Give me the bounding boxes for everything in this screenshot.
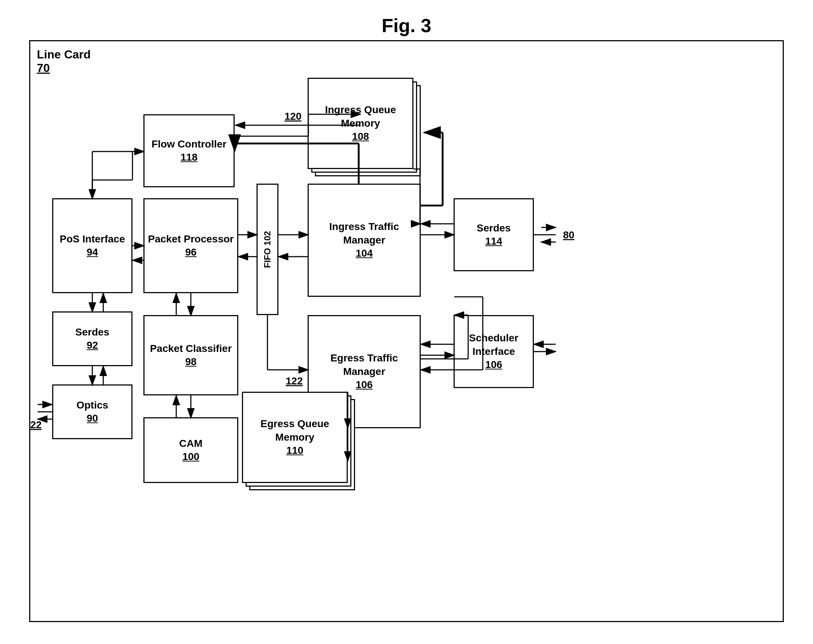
- fifo-box: FIFO 102: [257, 184, 279, 315]
- svg-text:80: 80: [563, 229, 574, 241]
- diagram-container: Line Card 70 Flow Controller 118 Ingress…: [29, 40, 784, 622]
- cam-box: CAM 100: [143, 417, 238, 483]
- ingress-traffic-manager-box: Ingress Traffic Manager 104: [308, 184, 421, 297]
- flow-controller-box: Flow Controller 118: [143, 114, 235, 187]
- page-title: Fig. 3: [0, 0, 813, 44]
- packet-classifier-box: Packet Classifier 98: [143, 315, 238, 396]
- pos-interface-box: PoS Interface 94: [52, 198, 132, 293]
- svg-text:120: 120: [285, 110, 302, 122]
- serdes-right-box: Serdes 114: [453, 198, 534, 271]
- packet-processor-box: Packet Processor 96: [143, 198, 238, 293]
- linecard-label: Line Card 70: [37, 48, 91, 75]
- serdes-left-box: Serdes 92: [52, 311, 132, 366]
- svg-text:22: 22: [30, 419, 41, 431]
- ingress-queue-memory-stack: Ingress Queue Memory 108: [308, 78, 421, 176]
- optics-box: Optics 90: [52, 385, 132, 439]
- scheduler-interface-box: Scheduler Interface 106: [453, 315, 534, 388]
- svg-text:122: 122: [286, 375, 303, 386]
- egress-queue-memory-stack: Egress Queue Memory 110: [242, 392, 355, 490]
